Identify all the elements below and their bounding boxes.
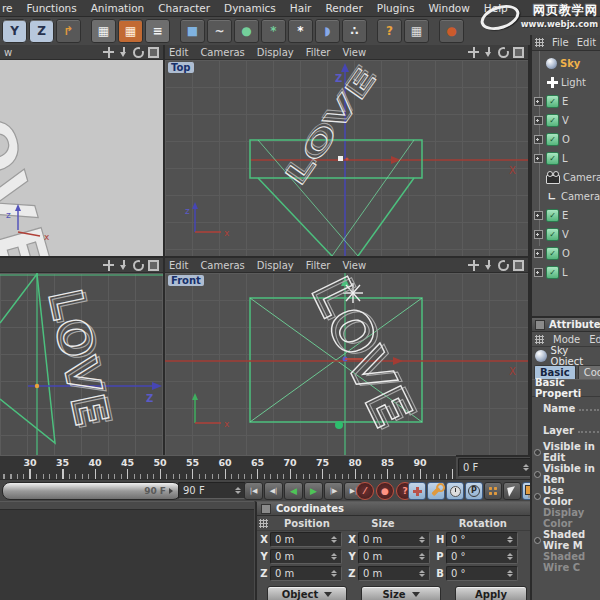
attribute-row[interactable]: Visible in Edit [532, 441, 600, 463]
apply-button[interactable]: Apply [455, 586, 527, 600]
render-settings-icon[interactable]: ▦ [118, 19, 143, 43]
maximize-icon[interactable] [148, 260, 159, 271]
menu-item[interactable]: Window [428, 2, 469, 14]
record-key-toggle[interactable] [427, 482, 445, 500]
record-parameter-toggle[interactable]: P [465, 482, 483, 500]
expand-icon[interactable] [534, 135, 543, 144]
zoom-icon[interactable] [483, 260, 494, 271]
menu-item[interactable]: Character [158, 2, 210, 14]
object-camera[interactable]: Camera [532, 168, 600, 187]
viewport-menu[interactable]: Cameras [200, 260, 244, 271]
object-text-v[interactable]: ✓ V [532, 225, 600, 244]
size-mode-dropdown[interactable]: Size [361, 586, 441, 600]
emitter-icon[interactable]: ∴ [342, 19, 367, 43]
coordinate-system-icon[interactable]: ↱ [56, 19, 81, 43]
zoom-icon[interactable] [483, 47, 494, 58]
size-field[interactable]: 0 m [358, 566, 430, 581]
viewport-menu[interactable]: View [342, 47, 366, 58]
attribute-row[interactable]: Visible in Ren [532, 463, 600, 485]
object-extrude-v[interactable]: ✓ V [532, 111, 600, 130]
timeline-ruler[interactable]: 30354045505560657075808590 [0, 455, 456, 480]
play-backward-button[interactable]: ◀ [284, 482, 303, 500]
attribute-row[interactable]: Display Color [532, 507, 600, 529]
viewport-menu[interactable]: Edit [169, 260, 188, 271]
current-frame-field[interactable]: 0 F [458, 458, 534, 477]
menu-item[interactable]: Animation [91, 2, 145, 14]
next-frame-button[interactable]: |▶ [324, 482, 343, 500]
menu-item[interactable]: Dynamics [224, 2, 276, 14]
menu-item[interactable]: Render [325, 2, 362, 14]
rotate-icon[interactable] [498, 260, 509, 271]
viewport-side-canvas[interactable]: Z LOVE LOVE [0, 273, 163, 455]
viewport-menu-partial[interactable]: w [4, 47, 12, 58]
viewport-menu[interactable]: Display [257, 47, 294, 58]
expand-icon[interactable] [534, 154, 543, 163]
attribute-row[interactable]: Name [532, 397, 600, 419]
environment-icon[interactable]: ◗ [315, 19, 340, 43]
record-position-toggle[interactable] [408, 482, 426, 500]
object-manager-edit-menu[interactable]: Edit [577, 37, 596, 48]
rotate-icon[interactable] [133, 47, 144, 58]
timeline-range-slider[interactable]: 90 F [2, 482, 181, 500]
render-view-icon[interactable]: ▦ [91, 19, 116, 43]
object-extrude-o[interactable]: ✓ O [532, 130, 600, 149]
pan-icon[interactable] [103, 47, 114, 58]
expand-icon[interactable] [534, 97, 543, 106]
viewport-front-canvas[interactable]: Front X LOVE LOVE [165, 273, 528, 455]
expand-icon[interactable] [534, 268, 543, 277]
object-extrude-e[interactable]: ✓ E [532, 92, 600, 111]
record-time-toggle[interactable] [446, 482, 464, 500]
pan-icon[interactable] [468, 47, 479, 58]
maximize-icon[interactable] [513, 47, 524, 58]
viewport-menu[interactable]: Filter [306, 47, 331, 58]
z-axis-lock-icon[interactable]: Z [29, 19, 54, 43]
object-mode-dropdown[interactable]: Object [267, 586, 347, 600]
modeling-icon[interactable]: * [261, 19, 286, 43]
spline-icon[interactable]: ~ [207, 19, 232, 43]
pan-icon[interactable] [468, 260, 479, 271]
attribute-row[interactable]: Layer [532, 419, 600, 441]
viewport-menu[interactable]: Edit [169, 47, 188, 58]
maximize-icon[interactable] [513, 260, 524, 271]
expand-icon[interactable] [534, 230, 543, 239]
object-text-l[interactable]: ✓ L [532, 263, 600, 282]
position-field[interactable]: 0 m [270, 532, 342, 547]
record-keyframe-button[interactable]: ⁄ [356, 482, 374, 500]
material-manager-panel[interactable] [0, 501, 254, 600]
primitive-cube-icon[interactable]: ■ [180, 19, 205, 43]
help-icon[interactable]: ? [377, 19, 402, 43]
web-icon[interactable]: ● [439, 19, 464, 43]
viewport-menu[interactable]: View [342, 260, 366, 271]
attributes-edit-menu[interactable]: Edi [589, 334, 600, 345]
y-axis-lock-icon[interactable]: Y [2, 19, 27, 43]
record-pla-toggle[interactable] [484, 482, 502, 500]
menu-item[interactable]: Hair [290, 2, 312, 14]
autokeying-button[interactable]: ● [376, 482, 394, 500]
viewport-perspective-canvas[interactable]: OVE z x [0, 60, 163, 256]
menu-item[interactable]: Functions [27, 2, 77, 14]
size-field[interactable]: 0 m [358, 549, 430, 564]
end-frame-spinner[interactable] [232, 487, 241, 494]
position-field[interactable]: 0 m [270, 566, 342, 581]
size-field[interactable]: 0 m [358, 532, 430, 547]
object-light[interactable]: Light [532, 73, 600, 92]
expand-icon[interactable] [534, 249, 543, 258]
viewport-menu[interactable]: Display [257, 260, 294, 271]
object-text-e[interactable]: ✓ E [532, 206, 600, 225]
particles-icon[interactable]: * [288, 19, 313, 43]
attributes-mode-menu[interactable]: Mode [553, 334, 580, 345]
object-camera-target[interactable]: ∟ Camera.T [532, 187, 600, 206]
object-sky[interactable]: Sky [532, 54, 600, 73]
viewport-top-canvas[interactable]: Top Z X LOVE LOVE [165, 60, 528, 256]
nurbs-icon[interactable]: ● [234, 19, 259, 43]
position-field[interactable]: 0 m [270, 549, 342, 564]
menu-item[interactable]: re [2, 2, 13, 14]
rotation-field[interactable]: 0 ° [446, 549, 518, 564]
rotate-icon[interactable] [133, 260, 144, 271]
viewport-menu[interactable]: Filter [306, 260, 331, 271]
attribute-row[interactable]: Use Color [532, 485, 600, 507]
expand-icon[interactable] [534, 211, 543, 220]
zoom-icon[interactable] [118, 260, 129, 271]
rotation-field[interactable]: 0 ° [446, 532, 518, 547]
render-queue-icon[interactable]: ≡ [145, 19, 170, 43]
